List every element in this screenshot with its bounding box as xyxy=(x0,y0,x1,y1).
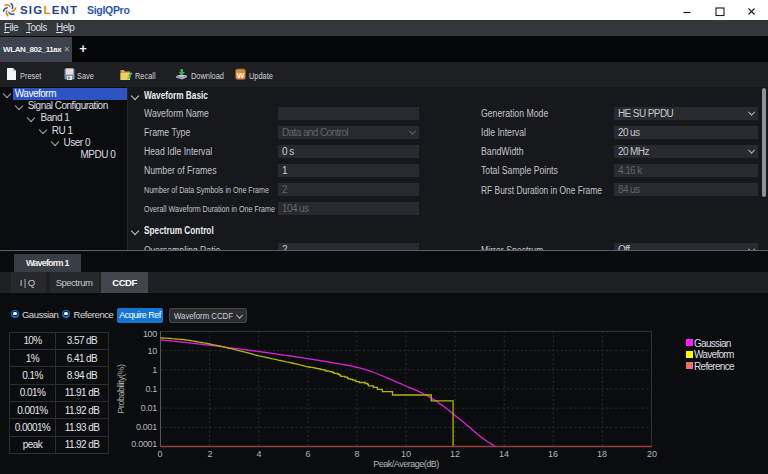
svg-text:W: W xyxy=(236,70,244,79)
